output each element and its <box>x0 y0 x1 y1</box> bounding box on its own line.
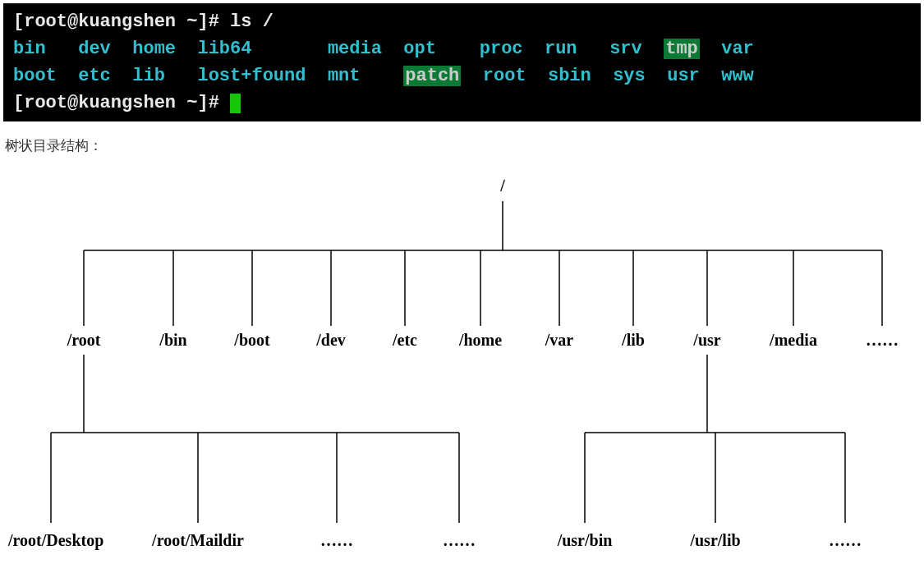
tree-node: /usr/bin <box>558 531 613 550</box>
tree-lines <box>3 170 919 582</box>
tree-node: …… <box>443 531 476 550</box>
tree-node: /media <box>770 331 817 350</box>
ls-entry: usr <box>667 66 721 86</box>
ls-entry: lost+found <box>197 66 327 86</box>
tree-node: /var <box>545 331 573 350</box>
tree-node: …… <box>866 331 899 350</box>
terminal-ls-row-1: bin dev home lib64 media opt proc run sr… <box>13 35 911 62</box>
tree-node: /root/Maildir <box>152 531 244 550</box>
ls-entry: patch <box>403 66 461 86</box>
cursor-icon <box>230 94 241 113</box>
ls-entry: var <box>721 39 775 59</box>
tree-node: /dev <box>316 331 346 350</box>
tree-node: /root/Desktop <box>8 531 103 550</box>
ls-entry: opt <box>403 39 479 59</box>
prompt: [root@kuangshen ~]# <box>13 93 230 113</box>
terminal-line-1: [root@kuangshen ~]# ls / <box>13 8 911 35</box>
tree-node: …… <box>829 531 862 550</box>
terminal-line-4: [root@kuangshen ~]# <box>13 89 911 117</box>
terminal-ls-row-2: boot etc lib lost+found mnt patch root s… <box>13 62 911 89</box>
ls-entry: mnt <box>328 66 403 86</box>
tree-node: …… <box>320 531 353 550</box>
ls-entry: www <box>721 66 775 86</box>
tree-node: /lib <box>622 331 645 350</box>
tree-node: /etc <box>393 331 417 350</box>
ls-entry: lib <box>132 66 197 86</box>
tree-node: /usr <box>693 331 720 350</box>
command-text: ls / <box>230 11 274 32</box>
tree-node: /root <box>67 331 101 350</box>
prompt: [root@kuangshen ~]# <box>13 11 230 32</box>
directory-tree-diagram: / /root /bin /boot /dev /etc /home /var … <box>3 170 919 582</box>
ls-entry: bin <box>13 39 78 59</box>
ls-entry: tmp <box>664 39 700 59</box>
tree-node: /boot <box>234 331 269 350</box>
tree-node: /home <box>459 331 502 350</box>
ls-entry: home <box>132 39 197 59</box>
ls-entry: sys <box>613 66 667 86</box>
ls-entry: sbin <box>548 66 613 86</box>
tree-root-label: / <box>500 176 505 195</box>
ls-entry: media <box>328 39 403 59</box>
ls-entry: run <box>545 39 609 59</box>
ls-entry: dev <box>78 39 132 59</box>
ls-entry: srv <box>609 39 664 59</box>
ls-entry: proc <box>480 39 545 59</box>
tree-node: /usr/lib <box>690 531 740 550</box>
ls-entry: boot <box>13 66 78 86</box>
tree-node: /bin <box>159 331 186 350</box>
terminal-output: [root@kuangshen ~]# ls / bin dev home li… <box>3 3 921 121</box>
section-caption: 树状目录结构： <box>5 136 924 155</box>
ls-entry: root <box>483 66 548 86</box>
ls-entry: etc <box>78 66 132 86</box>
ls-entry: lib64 <box>197 39 327 59</box>
